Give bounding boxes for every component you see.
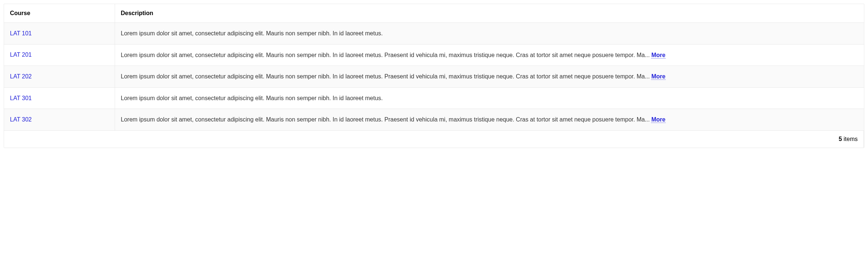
table-row: LAT 301Lorem ipsum dolor sit amet, conse… xyxy=(4,87,864,109)
description-cell: Lorem ipsum dolor sit amet, consectetur … xyxy=(115,109,864,131)
course-cell: LAT 302 xyxy=(4,109,115,131)
description-text: Lorem ipsum dolor sit amet, consectetur … xyxy=(121,52,652,58)
table-row: LAT 302Lorem ipsum dolor sit amet, conse… xyxy=(4,109,864,131)
course-link[interactable]: LAT 202 xyxy=(10,73,32,80)
table-row: LAT 101Lorem ipsum dolor sit amet, conse… xyxy=(4,23,864,45)
more-link[interactable]: More xyxy=(651,52,665,59)
footer-cell: 5 items xyxy=(4,130,864,148)
course-link[interactable]: LAT 302 xyxy=(10,116,32,123)
course-link[interactable]: LAT 201 xyxy=(10,52,32,58)
footer-items-label: items xyxy=(842,136,858,142)
course-cell: LAT 201 xyxy=(4,44,115,66)
description-cell: Lorem ipsum dolor sit amet, consectetur … xyxy=(115,23,864,45)
header-course: Course xyxy=(4,4,115,23)
more-link[interactable]: More xyxy=(651,73,665,80)
course-cell: LAT 202 xyxy=(4,66,115,88)
course-cell: LAT 301 xyxy=(4,87,115,109)
description-cell: Lorem ipsum dolor sit amet, consectetur … xyxy=(115,66,864,88)
description-cell: Lorem ipsum dolor sit amet, consectetur … xyxy=(115,87,864,109)
table-row: LAT 202Lorem ipsum dolor sit amet, conse… xyxy=(4,66,864,88)
course-link[interactable]: LAT 101 xyxy=(10,30,32,36)
footer-count: 5 xyxy=(839,136,842,142)
description-text: Lorem ipsum dolor sit amet, consectetur … xyxy=(121,73,652,80)
course-table: Course Description LAT 101Lorem ipsum do… xyxy=(4,4,864,148)
footer-row: 5 items xyxy=(4,130,864,148)
course-table-container: Course Description LAT 101Lorem ipsum do… xyxy=(4,4,864,148)
header-description: Description xyxy=(115,4,864,23)
description-text: Lorem ipsum dolor sit amet, consectetur … xyxy=(121,30,383,36)
table-row: LAT 201Lorem ipsum dolor sit amet, conse… xyxy=(4,44,864,66)
description-text: Lorem ipsum dolor sit amet, consectetur … xyxy=(121,95,383,101)
description-cell: Lorem ipsum dolor sit amet, consectetur … xyxy=(115,44,864,66)
more-link[interactable]: More xyxy=(651,116,665,123)
course-cell: LAT 101 xyxy=(4,23,115,45)
header-row: Course Description xyxy=(4,4,864,23)
course-link[interactable]: LAT 301 xyxy=(10,95,32,101)
description-text: Lorem ipsum dolor sit amet, consectetur … xyxy=(121,116,652,123)
